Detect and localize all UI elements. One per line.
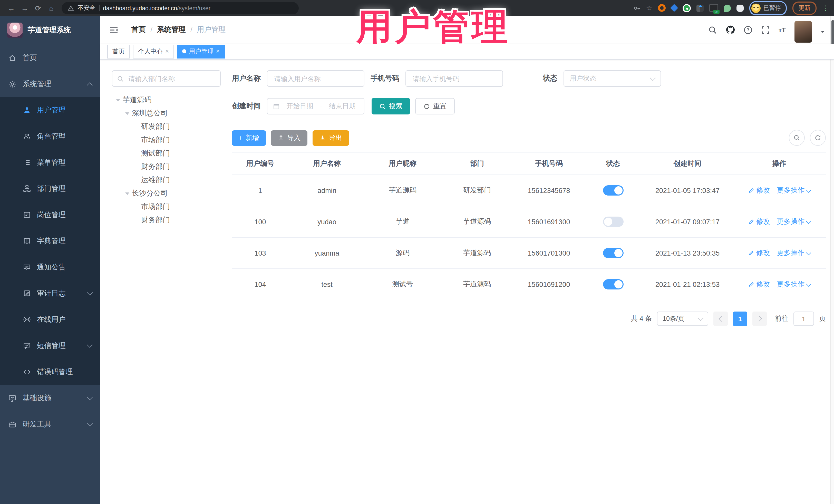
sidebar-item-audit-log[interactable]: 审计日志 — [0, 280, 100, 306]
reset-button[interactable]: 重置 — [415, 98, 455, 114]
chrome-update-button[interactable]: 更新 — [792, 1, 816, 15]
tab-home[interactable]: 首页 — [107, 44, 130, 58]
mobile-input[interactable] — [412, 74, 497, 83]
extension-icon-blue-gem[interactable] — [670, 4, 678, 12]
tree-expand-icon[interactable] — [125, 192, 129, 197]
status-select[interactable]: 用户状态 — [564, 70, 661, 87]
sidebar-item-dict-management[interactable]: 字典管理 — [0, 228, 100, 254]
chevron-down-icon — [806, 187, 811, 193]
sidebar-item-notice[interactable]: 通知公告 — [0, 254, 100, 280]
sidebar-item-online-users[interactable]: 在线用户 — [0, 306, 100, 333]
tree-node[interactable]: 测试部门 — [112, 147, 221, 160]
tab-profile[interactable]: 个人中心 × — [133, 44, 174, 58]
browser-home-icon[interactable]: ⌂ — [45, 2, 58, 14]
extension-icon-green[interactable] — [682, 4, 690, 12]
sidebar-item-infrastructure[interactable]: 基础设施 — [0, 385, 100, 411]
browser-reload-icon[interactable]: ⟳ — [32, 2, 44, 14]
sidebar-item-menu-management[interactable]: 菜单管理 — [0, 149, 100, 176]
app-title: 芋道管理系统 — [28, 26, 71, 35]
tree-node[interactable]: 财务部门 — [112, 214, 221, 227]
sidebar-collapse-icon[interactable] — [109, 26, 118, 34]
username-field[interactable] — [267, 70, 365, 87]
github-icon[interactable] — [725, 25, 735, 35]
font-size-icon[interactable]: ᴛT — [778, 26, 786, 34]
dept-search-box[interactable] — [112, 70, 221, 87]
edit-button[interactable]: 修改 — [748, 280, 770, 289]
page-size-select[interactable]: 10条/页 — [657, 311, 708, 326]
toggle-search-button[interactable] — [789, 130, 805, 146]
tree-node[interactable]: 深圳总公司 — [112, 107, 221, 120]
tree-expand-icon[interactable] — [116, 99, 120, 104]
browser-profile-chip[interactable]: 已暂停 — [749, 1, 787, 15]
extension-icon-sprout[interactable] — [723, 4, 730, 12]
edit-button[interactable]: 修改 — [748, 186, 770, 195]
sidebar-item-home[interactable]: 首页 — [0, 45, 100, 71]
current-page-button[interactable]: 1 — [733, 311, 747, 326]
tree-node[interactable]: 长沙分公司 — [112, 187, 221, 200]
extension-icon-switch-on[interactable] — [709, 4, 718, 12]
tab-user-management[interactable]: 用户管理 × — [177, 44, 225, 58]
extension-icon-grid[interactable] — [696, 4, 703, 12]
tree-node[interactable]: 研发部门 — [112, 120, 221, 133]
tree-node[interactable]: 市场部门 — [112, 200, 221, 214]
mobile-field[interactable] — [405, 70, 503, 87]
status-toggle[interactable] — [603, 185, 623, 196]
tree-node[interactable]: 运维部门 — [112, 174, 221, 187]
more-actions-button[interactable]: 更多操作 — [777, 280, 810, 289]
extensions-puzzle-icon[interactable] — [736, 4, 743, 12]
refresh-table-button[interactable] — [810, 130, 826, 146]
sidebar-item-dev-tools[interactable]: 研发工具 — [0, 411, 100, 437]
more-actions-button[interactable]: 更多操作 — [777, 248, 810, 258]
status-toggle[interactable] — [603, 248, 623, 258]
extension-icon-orange[interactable] — [658, 4, 665, 12]
dept-search-input[interactable] — [127, 74, 216, 83]
sidebar-item-system[interactable]: 系统管理 — [0, 71, 100, 97]
edit-button[interactable]: 修改 — [748, 217, 770, 226]
username-input[interactable] — [273, 74, 358, 83]
edit-button[interactable]: 修改 — [748, 248, 770, 258]
menu-list-icon — [23, 158, 31, 167]
tree-node[interactable]: 财务部门 — [112, 160, 221, 174]
breadcrumb-system[interactable]: 系统管理 — [157, 25, 186, 35]
export-button[interactable]: 导出 — [312, 130, 349, 146]
broadcast-icon — [23, 315, 31, 324]
search-button[interactable]: 搜索 — [372, 98, 410, 114]
browser-back-icon[interactable]: ← — [5, 2, 18, 14]
browser-forward-icon[interactable]: → — [19, 2, 31, 14]
close-icon[interactable]: × — [216, 48, 220, 55]
more-actions-button[interactable]: 更多操作 — [777, 186, 810, 195]
add-button[interactable]: + 新增 — [232, 130, 266, 146]
avatar-dropdown-caret-icon[interactable] — [821, 31, 825, 35]
table-row: 104 test 测试号 芋道源码 15601691200 2021-01-21… — [232, 269, 826, 300]
browser-menu-icon[interactable]: ⋮ — [822, 4, 829, 12]
bookmark-star-icon[interactable]: ☆ — [646, 4, 652, 12]
status-toggle[interactable] — [603, 217, 623, 227]
sidebar-item-user-management[interactable]: 用户管理 — [0, 97, 100, 123]
import-button[interactable]: 导入 — [271, 130, 307, 146]
scrollbar[interactable] — [830, 16, 834, 504]
prev-page-button[interactable] — [714, 311, 728, 326]
help-icon[interactable] — [743, 25, 752, 34]
status-toggle[interactable] — [603, 279, 623, 289]
goto-page-input[interactable] — [793, 311, 814, 326]
col-header: 部门 — [440, 159, 514, 168]
tree-node[interactable]: 市场部门 — [112, 133, 221, 147]
tree-expand-icon[interactable] — [125, 112, 129, 117]
app-logo[interactable]: 芋道管理系统 — [0, 16, 100, 45]
sidebar-item-role-management[interactable]: 角色管理 — [0, 123, 100, 149]
date-range-picker[interactable]: 开始日期 - 结束日期 — [267, 98, 365, 114]
tree-node[interactable]: 芋道源码 — [112, 93, 221, 107]
more-actions-button[interactable]: 更多操作 — [777, 217, 810, 226]
fullscreen-icon[interactable] — [761, 25, 770, 34]
address-bar[interactable]: 不安全 dashboard.yudao.iocoder.cn/system/us… — [62, 2, 299, 14]
password-key-icon[interactable] — [633, 4, 640, 12]
sidebar-item-sms-management[interactable]: 短信管理 — [0, 333, 100, 359]
breadcrumb-home[interactable]: 首页 — [131, 25, 146, 35]
sidebar-item-error-code[interactable]: 错误码管理 — [0, 359, 100, 385]
header-search-icon[interactable] — [708, 25, 717, 34]
sidebar-item-post-management[interactable]: 岗位管理 — [0, 202, 100, 228]
sidebar-item-dept-management[interactable]: 部门管理 — [0, 176, 100, 202]
close-icon[interactable]: × — [165, 48, 169, 55]
next-page-button[interactable] — [752, 311, 767, 326]
user-avatar[interactable] — [794, 21, 812, 43]
